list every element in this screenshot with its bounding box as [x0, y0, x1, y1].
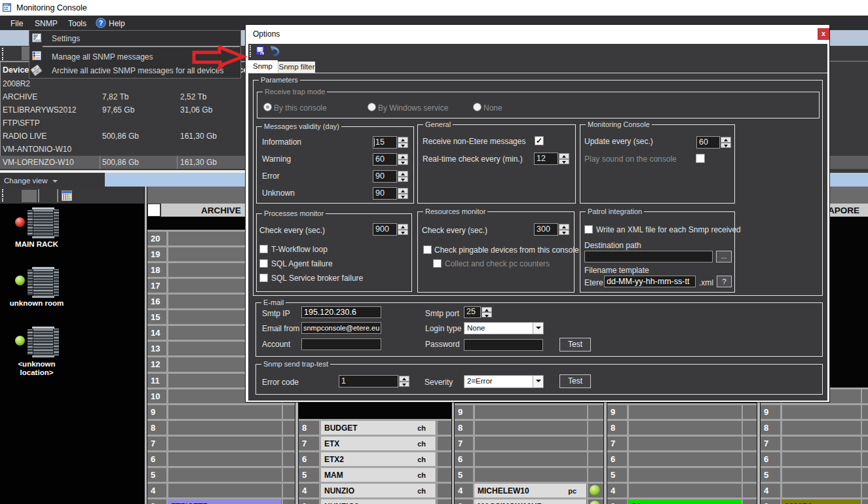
- svg-text:?: ?: [99, 19, 103, 27]
